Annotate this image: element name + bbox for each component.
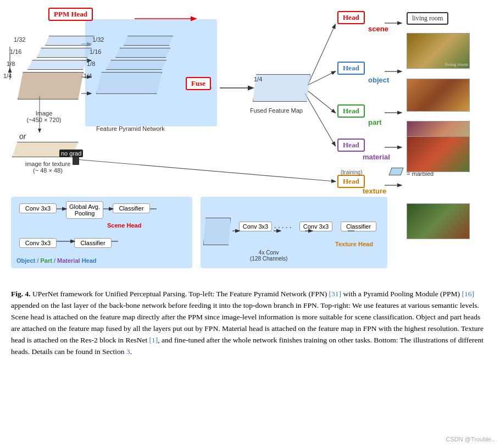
fused-map-label: Fused Feature Map (250, 107, 303, 114)
scene-row-arrows (11, 197, 192, 230)
scene-head-box: Head (337, 11, 365, 24)
texture-head-sub-label: Texture Head (335, 241, 373, 247)
tex-conv-label: 4x Conv(128 Channels) (250, 250, 287, 262)
stack-arrows (4, 38, 15, 82)
object-sublabel: object (368, 76, 389, 84)
ppm-head-label: PPM Head (54, 10, 87, 18)
object-thumb (407, 79, 470, 112)
svg-line-10 (305, 93, 335, 146)
watermark: CSDN @Trouble.. (446, 436, 495, 443)
obj-row-arrows (11, 230, 121, 252)
caption: Fig. 4. UPerNet framework for Unified Pe… (11, 289, 489, 358)
svg-line-9 (308, 91, 335, 113)
living-room-box: living room (407, 12, 448, 25)
bottom-subdiagram: Conv 3x3 Global Avg.Pooling Classifier S… (11, 197, 489, 276)
fuse-box: Fuse (186, 77, 211, 90)
frac-fpn-1-16: 1/16 (90, 48, 101, 55)
object-head-box: Head (337, 62, 365, 75)
material-thumb (407, 136, 470, 172)
material-head-box: Head (337, 139, 365, 152)
frac-fused-1-4: 1/4 (254, 76, 262, 82)
svg-line-11 (76, 159, 335, 181)
frac-fpn-1-32: 1/32 (92, 36, 104, 43)
scene-head-sub-label: Scene Head (107, 222, 141, 229)
ppm-head-box: PPM Head (48, 8, 93, 21)
frac-fpn-1-8: 1/8 (87, 60, 95, 67)
frac-label-1-32-left: 1/32 (14, 36, 25, 43)
texture-image-label: image for texture(~ 48 × 48) (12, 161, 84, 174)
material-sublabel: material (363, 153, 390, 161)
texture-head-box: Head (337, 175, 365, 188)
fig-label: Fig. 4. (11, 290, 31, 298)
obj-part-mat-label: Object / Part / Material Head (16, 257, 97, 264)
part-sublabel: part (368, 118, 382, 126)
svg-line-8 (308, 71, 335, 85)
part-head-box: Head (337, 104, 365, 118)
caption-text: UPerNet framework for Unified Perceptual… (11, 290, 484, 356)
scene-thumb: living room (407, 33, 470, 69)
fuse-label: Fuse (191, 79, 205, 87)
scene-sublabel: scene (368, 25, 388, 33)
no-grad-label: no grad (59, 150, 83, 157)
or-label: or (19, 132, 26, 141)
svg-line-7 (308, 25, 335, 85)
training-label: (training) (341, 169, 362, 175)
texture-sublabel: texture (363, 187, 386, 195)
image-label: Image(~450 × 720) (16, 110, 71, 123)
frac-fpn-1-4: 1/4 (84, 73, 92, 79)
marbled-shape (388, 168, 403, 175)
diagram-area: 1/32 1/16 1/8 1/4 Image(~450 × 720) or i… (0, 0, 500, 286)
fpn-label: Feature Pyramid Network (96, 125, 165, 132)
